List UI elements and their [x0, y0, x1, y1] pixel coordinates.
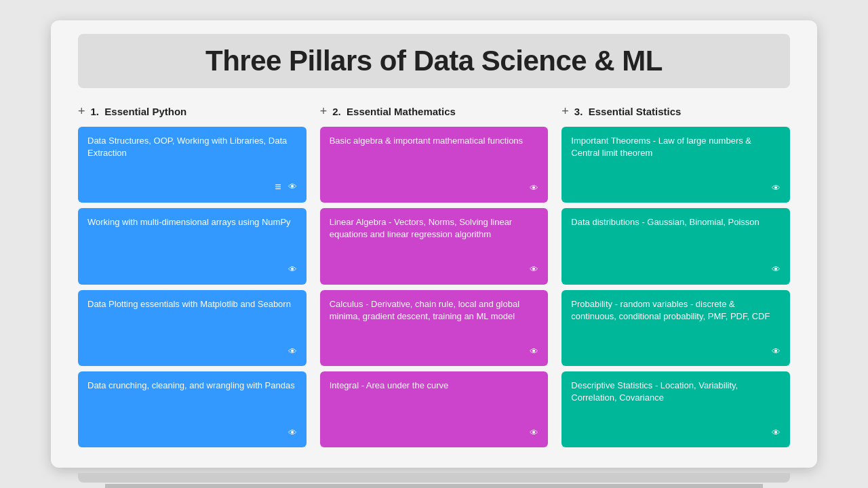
card-math-4[interactable]: Integral - Area under the curve	[320, 371, 549, 447]
card-stat-4[interactable]: Descriptive Statistics - Location, Varia…	[561, 371, 790, 447]
card-math-3[interactable]: Calculus - Derivative, chain rule, local…	[320, 290, 549, 366]
eye-icon-s3[interactable]	[772, 346, 781, 358]
col3-label: 3. Essential Statistics	[574, 106, 682, 117]
col1-header: + 1. Essential Python	[78, 104, 307, 119]
eye-icon-s2[interactable]	[772, 264, 781, 276]
card-stat-2-text: Data distributions - Gaussian, Binomial,…	[571, 216, 781, 258]
col1-plus: +	[78, 104, 85, 119]
slide: Three Pillars of Data Science & ML + 1. …	[51, 20, 817, 468]
eye-icon-4[interactable]	[288, 427, 297, 439]
slide-bar2	[105, 484, 763, 488]
card-math-4-text: Integral - Area under the curve	[330, 380, 539, 422]
card-math-1[interactable]: Basic algebra & important mathematical f…	[320, 127, 549, 203]
col2-header: + 2. Essential Mathematics	[320, 104, 549, 119]
card-math-1-text: Basic algebra & important mathematical f…	[330, 135, 539, 177]
eye-icon-m2[interactable]	[530, 264, 538, 276]
card-python-3[interactable]: Data Plotting essentials with Matplotlib…	[78, 290, 307, 366]
eye-icon-2[interactable]	[288, 264, 297, 276]
card-python-1[interactable]: Data Structures, OOP, Working with Libra…	[78, 127, 307, 203]
card-math-2-icons	[330, 264, 539, 276]
menu-icon[interactable]	[275, 180, 281, 195]
column-mathematics: + 2. Essential Mathematics Basic algebra…	[320, 104, 549, 447]
columns-container: + 1. Essential Python Data Structures, O…	[78, 104, 790, 447]
card-stat-3-text: Probability - random variables - discret…	[571, 298, 781, 340]
card-python-2[interactable]: Working with multi-dimensional arrays us…	[78, 208, 307, 284]
card-stat-2-icons	[571, 264, 781, 276]
eye-icon-m1[interactable]	[530, 182, 538, 195]
card-python-4-text: Data crunching, cleaning, and wrangling …	[87, 380, 297, 422]
col2-plus: +	[320, 104, 328, 119]
eye-icon-3[interactable]	[288, 346, 297, 358]
card-python-1-text: Data Structures, OOP, Working with Libra…	[87, 135, 297, 174]
eye-icon-m4[interactable]	[530, 427, 538, 439]
card-math-2-text: Linear Algebra - Vectors, Norms, Solving…	[330, 216, 539, 258]
card-math-3-text: Calculus - Derivative, chain rule, local…	[330, 298, 539, 340]
col2-label: 2. Essential Mathematics	[332, 106, 456, 117]
card-stat-3[interactable]: Probability - random variables - discret…	[561, 290, 790, 366]
col3-header: + 3. Essential Statistics	[561, 104, 790, 119]
column-python: + 1. Essential Python Data Structures, O…	[78, 104, 307, 447]
main-title: Three Pillars of Data Science & ML	[92, 45, 776, 77]
card-python-2-text: Working with multi-dimensional arrays us…	[87, 216, 297, 258]
card-math-1-icons	[330, 182, 539, 195]
title-area: Three Pillars of Data Science & ML	[78, 34, 790, 88]
card-python-3-icons	[87, 346, 297, 358]
eye-icon-s4[interactable]	[772, 427, 781, 439]
eye-icon[interactable]	[288, 181, 297, 193]
card-math-3-icons	[330, 346, 539, 358]
col1-label: 1. Essential Python	[91, 106, 187, 117]
card-math-2[interactable]: Linear Algebra - Vectors, Norms, Solving…	[320, 208, 549, 284]
column-statistics: + 3. Essential Statistics Important Theo…	[561, 104, 790, 447]
card-math-4-icons	[330, 427, 539, 439]
card-stat-1-text: Important Theorems - Law of large number…	[571, 135, 781, 177]
card-stat-3-icons	[571, 346, 781, 358]
card-python-4[interactable]: Data crunching, cleaning, and wrangling …	[78, 371, 307, 447]
card-stat-4-text: Descriptive Statistics - Location, Varia…	[571, 380, 781, 422]
card-python-4-icons	[87, 427, 297, 439]
card-stat-1-icons	[571, 182, 781, 195]
card-stat-2[interactable]: Data distributions - Gaussian, Binomial,…	[561, 208, 790, 284]
card-python-3-text: Data Plotting essentials with Matplotlib…	[87, 298, 297, 340]
eye-icon-m3[interactable]	[530, 346, 538, 358]
card-stat-4-icons	[571, 427, 781, 439]
card-python-1-icons	[87, 180, 297, 195]
card-stat-1[interactable]: Important Theorems - Law of large number…	[561, 127, 790, 203]
col3-plus: +	[561, 104, 569, 119]
eye-icon-s1[interactable]	[772, 182, 781, 195]
card-python-2-icons	[87, 264, 297, 276]
